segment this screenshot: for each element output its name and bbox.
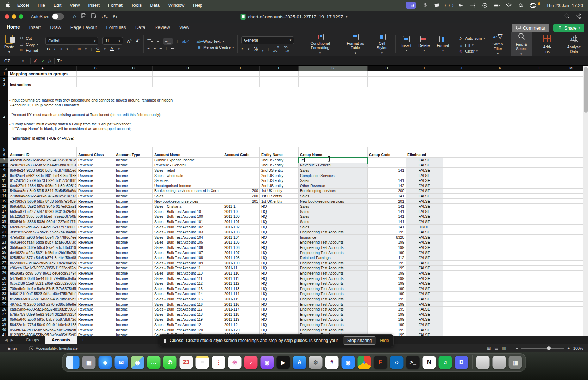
addins-button[interactable]: Add-ins — [539, 34, 555, 54]
data-cell[interactable] — [520, 229, 559, 235]
data-cell[interactable] — [520, 235, 559, 240]
cell[interactable] — [559, 77, 583, 82]
cell[interactable] — [480, 77, 520, 82]
data-cell[interactable] — [520, 302, 559, 307]
dock-photos-icon[interactable]: ❀ — [228, 356, 242, 369]
data-cell[interactable] — [443, 199, 480, 204]
data-cell[interactable]: Revenue — [77, 296, 114, 302]
data-cell[interactable]: Revenue — [77, 235, 114, 240]
data-cell[interactable]: 199 — [368, 266, 406, 271]
titlebar-search-icon[interactable] — [564, 13, 569, 20]
row-header-35[interactable]: 35 — [0, 302, 8, 307]
underline-button[interactable]: U — [60, 47, 62, 51]
data-cell[interactable] — [480, 158, 520, 163]
dock-facetime-icon[interactable]: ✆ — [163, 356, 177, 369]
data-cell[interactable]: Engineering Test Accounts — [299, 276, 368, 281]
data-cell[interactable]: Income — [114, 178, 153, 183]
data-cell[interactable] — [520, 255, 559, 261]
data-cell[interactable]: FALSE — [406, 194, 443, 199]
tab-home[interactable]: Home — [2, 23, 25, 32]
data-cell[interactable]: Sales - Bulk Test Account 108 — [153, 255, 223, 261]
data-cell[interactable] — [443, 163, 480, 168]
data-cell[interactable] — [559, 307, 583, 312]
data-cell[interactable]: Compliance Services — [299, 173, 368, 178]
data-cell[interactable]: HQ — [260, 225, 299, 230]
table-header-cell[interactable]: Group Name — [299, 152, 368, 158]
data-cell[interactable] — [520, 204, 559, 209]
data-cell[interactable] — [443, 183, 480, 189]
data-cell[interactable]: 2011-1 — [223, 204, 260, 209]
data-cell[interactable] — [443, 296, 480, 302]
data-cell[interactable]: FALSE — [406, 292, 443, 297]
data-cell[interactable]: 141 — [368, 178, 406, 183]
data-cell[interactable] — [559, 194, 583, 199]
format-cells-button[interactable]: Format ▾ — [435, 35, 451, 53]
row-header-39[interactable]: 39 — [0, 322, 8, 327]
data-cell[interactable] — [443, 189, 480, 194]
data-cell[interactable]: Revenue — [77, 183, 114, 189]
data-cell[interactable]: 141 — [368, 209, 406, 214]
data-cell[interactable]: Insurance — [299, 235, 368, 240]
column-header-H[interactable]: H — [368, 66, 406, 71]
data-cell[interactable]: 3b56aad9-332e-50cd-97a4-a3cdd5d319bb — [8, 245, 77, 250]
data-cell[interactable]: Revenue — [77, 250, 114, 256]
vertical-scrollbar[interactable] — [583, 66, 588, 336]
dock-reminders-icon[interactable]: ⋮ — [212, 356, 225, 369]
data-cell[interactable] — [559, 240, 583, 245]
data-cell[interactable] — [443, 158, 480, 163]
tab-data[interactable]: Data — [131, 23, 150, 32]
data-cell[interactable]: Sales — [299, 225, 368, 230]
data-cell[interactable]: Engineering Test Accounts — [299, 229, 368, 235]
align-center-icon[interactable]: ≡ — [154, 46, 155, 50]
cell[interactable] — [443, 147, 480, 152]
cell[interactable] — [406, 71, 443, 77]
data-cell[interactable] — [559, 173, 583, 178]
data-cell[interactable]: 199 — [368, 276, 406, 281]
cell[interactable] — [406, 77, 443, 82]
data-cell[interactable]: 68286289-dd66-5164-bd55-937971806568 — [8, 225, 77, 230]
insert-cells-button[interactable]: Insert ▾ — [399, 35, 414, 53]
data-cell[interactable]: 2011-112 — [223, 281, 260, 286]
data-cell[interactable]: 2011-11 — [223, 266, 260, 271]
cell[interactable] — [520, 77, 559, 82]
data-cell[interactable]: 2011-117 — [223, 307, 260, 312]
search-icon[interactable] — [518, 2, 524, 8]
data-cell[interactable]: Billable Expense Income — [153, 158, 223, 163]
data-cell[interactable] — [443, 266, 480, 271]
data-cell[interactable]: HQ — [260, 307, 299, 312]
data-cell[interactable]: Sales - Bulk Test Account 111 — [153, 276, 223, 281]
data-cell[interactable]: Sales - Bulk Test Account 105 — [153, 240, 223, 245]
data-cell[interactable]: Sales — [153, 194, 223, 199]
screen-sharing-indicator-icon[interactable] — [406, 2, 416, 9]
cell-styles-button[interactable]: Cell Styles▾ — [372, 33, 392, 56]
data-cell[interactable]: 6eeb27d4-1684-5f2c-995c-2cb39e503121 — [8, 183, 77, 189]
decrease-font-icon[interactable]: A˅ — [136, 38, 140, 43]
menu-view[interactable]: View — [66, 0, 83, 11]
data-cell[interactable] — [480, 276, 520, 281]
cell[interactable] — [77, 82, 114, 87]
data-cell[interactable]: 201 — [223, 199, 260, 204]
share-button[interactable]: Share ▾ — [553, 24, 584, 32]
fill-handle[interactable] — [367, 162, 369, 164]
data-cell[interactable]: HQ — [260, 204, 299, 209]
row-header-2[interactable]: 2 — [0, 77, 8, 82]
data-cell[interactable] — [443, 194, 480, 199]
data-cell[interactable]: Engineering Test Accounts — [299, 286, 368, 292]
data-cell[interactable]: 5b0ea871-c427-5f37-9280-96310d254b55 — [8, 209, 77, 214]
menu-bar-clock[interactable]: Thu 23 Jan 17:20 — [546, 3, 583, 8]
data-cell[interactable]: HQ — [260, 245, 299, 250]
keyboard-icon[interactable] — [434, 2, 440, 8]
data-cell[interactable]: 141 — [368, 168, 406, 173]
cell[interactable] — [368, 71, 406, 77]
menu-tools[interactable]: Tools — [127, 0, 145, 11]
row-header-38[interactable]: 38 — [0, 317, 8, 323]
data-cell[interactable]: Sales — [299, 209, 368, 214]
add-sheet-button[interactable]: + — [77, 337, 89, 343]
data-cell[interactable]: Engineering Test Accounts — [299, 281, 368, 286]
data-cell[interactable] — [480, 271, 520, 276]
data-cell[interactable]: Engineering Test Accounts — [299, 271, 368, 276]
data-cell[interactable]: Engineering Test Accounts — [299, 327, 368, 333]
data-cell[interactable]: Revenue - General — [299, 163, 368, 168]
increase-decimal-icon[interactable]: ←.0.00 — [273, 45, 279, 53]
data-cell[interactable] — [443, 302, 480, 307]
